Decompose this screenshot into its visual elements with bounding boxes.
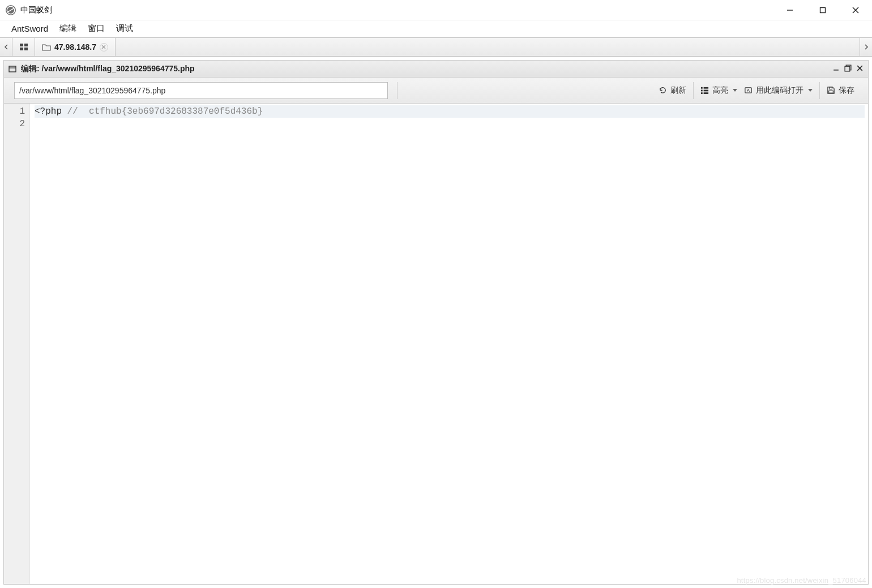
window-title: 中国蚁剑: [20, 5, 52, 15]
line-number: 2: [4, 118, 25, 130]
tab-host[interactable]: 47.98.148.7: [35, 38, 116, 56]
tab-host-label: 47.98.148.7: [54, 42, 96, 51]
svg-rect-19: [704, 87, 708, 89]
menu-debug[interactable]: 调试: [110, 21, 139, 36]
panel-title-prefix: 编辑:: [21, 64, 42, 73]
save-label: 保存: [839, 85, 854, 96]
tab-close-button[interactable]: [100, 43, 108, 51]
minimize-button[interactable]: [773, 0, 806, 20]
grid-icon: [19, 42, 28, 51]
svg-rect-2: [820, 7, 826, 12]
tabs-scroll-right[interactable]: [860, 38, 872, 56]
panel-restore-button[interactable]: [844, 65, 852, 74]
menubar: AntSword 编辑 窗口 调试: [0, 20, 872, 37]
highlight-label: 高亮: [712, 85, 728, 96]
line-number: 1: [4, 105, 25, 118]
open-with-label: 用此编码打开: [756, 85, 803, 96]
list-icon: [700, 86, 709, 95]
save-button[interactable]: 保存: [823, 83, 858, 98]
home-tab[interactable]: [12, 38, 35, 56]
svg-rect-21: [704, 90, 708, 92]
code-editor[interactable]: 1 2 <?php // ctfhub{3eb697d32683387e0f5d…: [4, 104, 868, 584]
window-icon: [8, 65, 16, 73]
maximize-button[interactable]: [806, 0, 839, 20]
svg-rect-5: [20, 44, 23, 46]
encoding-icon: A: [744, 86, 753, 95]
path-input[interactable]: [14, 82, 388, 99]
code-area[interactable]: <?php // ctfhub{3eb697d32683387e0f5d436b…: [30, 104, 868, 584]
editor-toolbar: 刷新 高亮 A 用此编码打开: [4, 78, 868, 104]
editor-panel: 编辑: /var/www/html/flag_30210295964775.ph…: [3, 60, 869, 585]
svg-rect-20: [701, 90, 703, 92]
chevron-down-icon: [733, 89, 737, 92]
highlight-button[interactable]: 高亮: [697, 83, 741, 98]
svg-rect-23: [704, 92, 708, 94]
code-line[interactable]: <?php // ctfhub{3eb697d32683387e0f5d436b…: [35, 105, 865, 118]
folder-icon: [42, 43, 51, 51]
panel-close-button[interactable]: [856, 65, 864, 74]
refresh-button[interactable]: 刷新: [655, 83, 690, 98]
app-icon: [6, 5, 16, 15]
open-with-encoding-button[interactable]: A 用此编码打开: [741, 83, 816, 98]
toolbar-separator: [693, 82, 694, 99]
save-icon: [827, 86, 835, 95]
tabstrip: 47.98.148.7: [0, 37, 872, 57]
panel-minimize-button[interactable]: [832, 65, 840, 74]
code-token-tag: <?php: [35, 106, 62, 117]
chevron-down-icon: [808, 89, 813, 92]
watermark-text: https://blog.csdn.net/weixin_51706044: [737, 576, 866, 585]
svg-rect-7: [20, 48, 23, 50]
svg-text:A: A: [747, 88, 750, 93]
svg-rect-15: [845, 66, 850, 71]
refresh-label: 刷新: [670, 85, 686, 96]
toolbar-separator: [397, 82, 397, 99]
svg-rect-8: [24, 48, 28, 50]
code-line[interactable]: [35, 118, 865, 130]
svg-rect-11: [9, 66, 16, 72]
svg-rect-18: [701, 87, 703, 89]
svg-rect-27: [829, 91, 833, 93]
titlebar: 中国蚁剑: [0, 0, 872, 20]
svg-rect-6: [24, 44, 28, 46]
close-button[interactable]: [839, 0, 872, 20]
toolbar-separator: [819, 82, 820, 99]
svg-rect-22: [701, 92, 703, 94]
panel-title-path: /var/www/html/flag_30210295964775.php: [42, 64, 195, 73]
refresh-icon: [659, 86, 667, 95]
line-gutter: 1 2: [4, 104, 30, 584]
menu-edit[interactable]: 编辑: [54, 21, 82, 36]
tabs-scroll-left[interactable]: [0, 38, 12, 56]
editor-panel-header: 编辑: /var/www/html/flag_30210295964775.ph…: [4, 61, 868, 78]
menu-antsword[interactable]: AntSword: [6, 22, 54, 36]
menu-window[interactable]: 窗口: [82, 21, 110, 36]
code-token-comment: // ctfhub{3eb697d32683387e0f5d436b}: [62, 106, 263, 117]
